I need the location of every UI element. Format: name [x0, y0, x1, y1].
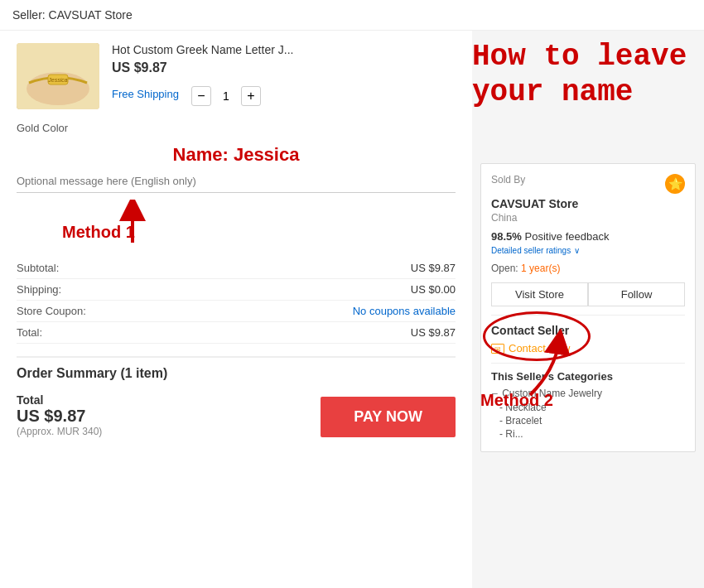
product-image: Jessica	[17, 43, 99, 109]
shipping-label: Shipping:	[17, 283, 61, 296]
product-title: Hot Custom Greek Name Letter J...	[112, 43, 456, 56]
pay-now-button[interactable]: PAY NOW	[321, 397, 456, 437]
email-icon: ✉	[491, 344, 504, 354]
coupon-value[interactable]: No coupons available	[353, 305, 456, 317]
sold-by-label: Sold By	[491, 174, 525, 186]
coupon-row: Store Coupon: No coupons available	[17, 301, 456, 322]
chevron-down-icon: ∨	[574, 246, 580, 255]
total-approx: (Approx. MUR 340)	[17, 426, 102, 437]
product-price: US $9.87	[112, 60, 456, 75]
follow-button[interactable]: Follow	[588, 282, 685, 306]
product-row: Jessica Hot Custom Greek Name Letter J..…	[17, 43, 456, 109]
shipping-value: US $0.00	[411, 283, 456, 296]
product-details: Hot Custom Greek Name Letter J... US $9.…	[112, 43, 456, 106]
how-to-title: How to leave your name	[472, 39, 687, 110]
open-duration: 1 year(s)	[521, 263, 560, 274]
product-image-svg: Jessica	[17, 43, 99, 109]
subtotal-row: Subtotal: US $9.87	[17, 258, 456, 279]
total-amount: US $9.87	[17, 407, 102, 426]
quantity-row: − 1 +	[191, 86, 261, 106]
seller-header: Seller: CAVSUAT Store	[0, 0, 704, 31]
total-row: Total: US $9.87	[17, 322, 456, 344]
sub-category-3: - Ri...	[499, 428, 685, 440]
visit-store-button[interactable]: Visit Store	[491, 282, 588, 306]
product-shipping: Free Shipping	[112, 88, 179, 100]
total-value: US $9.87	[411, 326, 456, 339]
order-total-row: Total US $9.87 (Approx. MUR 340) PAY NOW	[17, 393, 456, 437]
seller-country: China	[491, 212, 685, 224]
shipping-row: Shipping: US $0.00	[17, 279, 456, 301]
order-total-left: Total US $9.87 (Approx. MUR 340)	[17, 393, 102, 437]
color-row: Gold Color	[17, 122, 456, 134]
seller-name[interactable]: CAVSUAT Store	[491, 197, 685, 210]
svg-text:Jessica: Jessica	[47, 77, 67, 83]
name-annotation: Name: Jessica	[17, 144, 456, 166]
product-image-inner: Jessica	[17, 43, 99, 109]
right-panel: How to leave your name Sold By ⭐ CAVSUAT…	[472, 31, 704, 588]
how-to-title-text: How to leave your name	[472, 40, 687, 109]
sub-category-2: - Bracelet	[499, 415, 685, 427]
detailed-ratings-text: Detailed seller ratings	[491, 246, 571, 255]
name-annotation-text: Name: Jessica	[173, 144, 300, 165]
sold-by-row: Sold By ⭐	[491, 174, 685, 194]
qty-increase-btn[interactable]: +	[241, 86, 261, 106]
open-row: Open: 1 year(s)	[491, 263, 685, 274]
price-rows: Subtotal: US $9.87 Shipping: US $0.00 St…	[17, 258, 456, 344]
feedback-row: 98.5% Positive feedback	[491, 230, 685, 243]
feedback-detailed[interactable]: Detailed seller ratings ∨	[491, 244, 685, 256]
subtotal-label: Subtotal:	[17, 262, 59, 274]
method2-arrow	[505, 329, 571, 403]
qty-value: 1	[218, 89, 234, 103]
total-label-summary: Total	[17, 393, 102, 407]
seller-header-text: Seller: CAVSUAT Store	[12, 8, 133, 22]
feedback-label: Positive feedback	[525, 230, 610, 243]
message-input-row	[17, 170, 456, 193]
method1-label: Method 1	[62, 223, 135, 242]
open-label: Open:	[491, 263, 518, 274]
order-summary-title: Order Summary (1 item)	[17, 366, 456, 381]
total-label: Total:	[17, 326, 42, 339]
left-panel: Jessica Hot Custom Greek Name Letter J..…	[0, 31, 472, 588]
coupon-label: Store Coupon:	[17, 305, 86, 317]
message-input[interactable]	[17, 170, 456, 193]
feedback-pct: 98.5%	[491, 230, 522, 243]
store-actions: Visit Store Follow	[491, 282, 685, 306]
order-summary: Order Summary (1 item) Total US $9.87 (A…	[17, 356, 456, 437]
color-label: Gold Color	[17, 122, 68, 134]
seller-badge: ⭐	[665, 174, 685, 194]
subtotal-value: US $9.87	[411, 262, 456, 274]
qty-decrease-btn[interactable]: −	[191, 86, 211, 106]
